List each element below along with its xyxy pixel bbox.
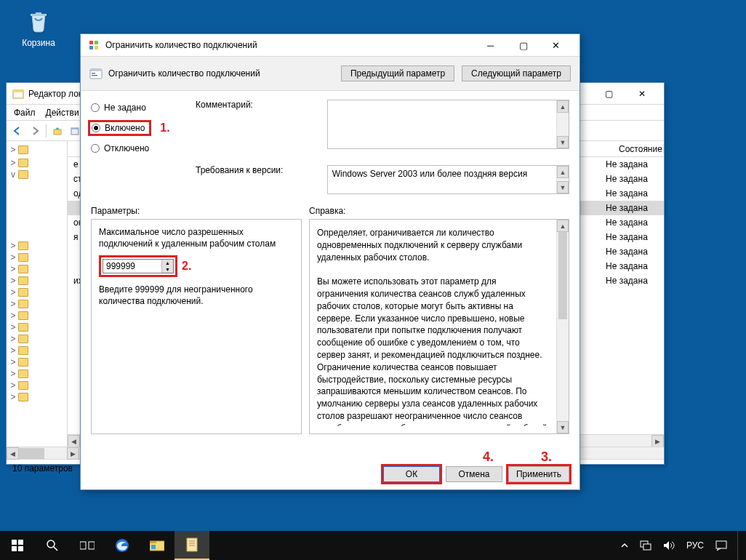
taskbar: РУС [0, 531, 746, 560]
policy-dialog: Ограничить количество подключений ─ ▢ ✕ … [80, 33, 580, 490]
taskbar-gpedit-icon[interactable] [175, 531, 209, 560]
nav-back-button[interactable] [9, 123, 25, 139]
param-hint: Введите 999999 для неограниченного колич… [99, 284, 294, 307]
scroll-right-button[interactable]: ▶ [651, 435, 664, 447]
tree-scroll-right-button[interactable]: ▶ [67, 447, 79, 460]
dialog-subtitle: Ограничить количество подключений [108, 68, 260, 79]
svg-rect-23 [150, 541, 156, 543]
svg-rect-10 [90, 69, 102, 71]
svg-rect-30 [643, 544, 651, 550]
svg-rect-5 [89, 41, 93, 44]
tray-language[interactable]: РУС [681, 540, 710, 551]
show-desktop-button[interactable] [737, 531, 742, 560]
requirements-value: Windows Server 2003 или более поздняя ве… [332, 169, 564, 179]
start-button[interactable] [0, 531, 35, 560]
annotation-4: 4. [483, 449, 494, 465]
dialog-titlebar[interactable]: Ограничить количество подключений ─ ▢ ✕ [81, 34, 579, 56]
maximize-button[interactable]: ▢ [593, 84, 625, 104]
svg-rect-19 [80, 542, 86, 549]
previous-setting-button[interactable]: Предыдущий параметр [341, 65, 454, 81]
svg-rect-13 [12, 540, 17, 545]
tray-action-center-icon[interactable] [710, 540, 733, 551]
svg-rect-7 [89, 46, 93, 49]
svg-rect-15 [12, 546, 17, 551]
radio-icon [91, 103, 100, 112]
spinner-up-button[interactable]: ▲ [162, 260, 173, 266]
svg-rect-2 [54, 129, 61, 135]
task-view-button[interactable] [70, 531, 105, 560]
dialog-maximize-button[interactable]: ▢ [507, 35, 540, 55]
help-scroll-down-button[interactable]: ▼ [557, 421, 569, 433]
requirements-textbox: Windows Server 2003 или более поздняя ве… [327, 165, 569, 194]
recycle-bin-label: Корзина [13, 38, 64, 48]
help-paragraph: Определяет, ограничивается ли количество… [317, 227, 549, 263]
radio-not-configured-label: Не задано [104, 103, 146, 113]
comment-label: Комментарий: [196, 100, 317, 110]
parameters-panel: Максимальное число разрешенных подключен… [91, 219, 302, 434]
svg-rect-8 [95, 46, 98, 49]
svg-rect-6 [95, 41, 98, 44]
svg-rect-14 [18, 540, 23, 545]
max-connections-input[interactable] [103, 260, 161, 273]
radio-icon [92, 124, 100, 132]
svg-line-18 [54, 547, 57, 551]
tree-scroll-thumb[interactable] [19, 448, 44, 459]
menu-file[interactable]: Файл [14, 108, 36, 118]
scroll-down-button[interactable]: ▼ [557, 136, 569, 148]
policy-icon [89, 67, 103, 80]
ok-button[interactable]: ОК [383, 466, 440, 482]
gpo-app-icon [12, 88, 24, 100]
gpo-tree-pane[interactable]: > > v > > > > > > > > > > > > > > [7, 141, 68, 447]
close-button[interactable]: ✕ [625, 84, 658, 104]
help-scroll-thumb[interactable] [558, 232, 567, 319]
spinner-down-button[interactable]: ▼ [162, 266, 173, 273]
search-button[interactable] [35, 531, 70, 560]
apply-button[interactable]: Применить [508, 466, 569, 482]
scroll-up-button[interactable]: ▲ [557, 166, 569, 178]
max-connections-spinner[interactable]: ▲▼ [103, 259, 174, 273]
dialog-close-button[interactable]: ✕ [540, 35, 572, 55]
scroll-down-button[interactable]: ▼ [557, 181, 569, 193]
radio-disabled[interactable]: Отключено [91, 140, 185, 156]
scroll-left-button[interactable]: ◀ [68, 435, 80, 447]
col-state[interactable]: Состояние [613, 144, 664, 154]
scroll-up-button[interactable]: ▲ [557, 100, 569, 113]
tray-chevron-icon[interactable] [615, 542, 634, 549]
dialog-app-icon [88, 39, 100, 51]
comment-textbox[interactable]: ▲▼ [327, 100, 569, 149]
menu-action[interactable]: Действи [46, 108, 79, 118]
parameters-label: Параметры: [91, 206, 309, 216]
svg-rect-4 [71, 128, 79, 129]
taskbar-edge-icon[interactable] [105, 531, 140, 560]
radio-not-configured[interactable]: Не задано [91, 100, 185, 116]
help-paragraph: Вы можете использовать этот параметр для… [317, 276, 549, 426]
annotation-3: 3. [541, 449, 552, 465]
svg-rect-1 [13, 90, 23, 92]
radio-disabled-label: Отключено [104, 143, 149, 153]
param-caption: Максимальное число разрешенных подключен… [99, 227, 294, 249]
recycle-bin-icon [24, 6, 53, 35]
desktop-icon-recycle-bin[interactable]: Корзина [13, 6, 64, 48]
radio-enabled-label: Включено [105, 123, 145, 133]
annotation-2: 2. [182, 260, 191, 273]
dialog-title: Ограничить количество подключений [105, 40, 257, 50]
svg-rect-20 [89, 542, 95, 549]
taskbar-explorer-icon[interactable] [140, 531, 175, 560]
svg-point-17 [47, 540, 55, 548]
tree-scroll-left-button[interactable]: ◀ [7, 447, 19, 460]
radio-enabled[interactable]: Включено [88, 120, 151, 136]
dialog-minimize-button[interactable]: ─ [474, 35, 507, 55]
cancel-button[interactable]: Отмена [446, 466, 502, 482]
next-setting-button[interactable]: Следующий параметр [462, 65, 571, 81]
svg-rect-16 [18, 546, 23, 551]
nav-up-button[interactable] [49, 123, 65, 139]
annotation-1: 1. [160, 121, 169, 135]
svg-rect-11 [92, 73, 95, 74]
nav-forward-button[interactable] [27, 123, 43, 139]
tray-network-icon[interactable] [634, 540, 657, 551]
help-scroll-up-button[interactable]: ▲ [557, 220, 569, 232]
help-label: Справка: [309, 206, 345, 216]
tray-volume-icon[interactable] [657, 540, 681, 551]
svg-rect-25 [187, 538, 197, 551]
svg-rect-31 [716, 541, 726, 548]
